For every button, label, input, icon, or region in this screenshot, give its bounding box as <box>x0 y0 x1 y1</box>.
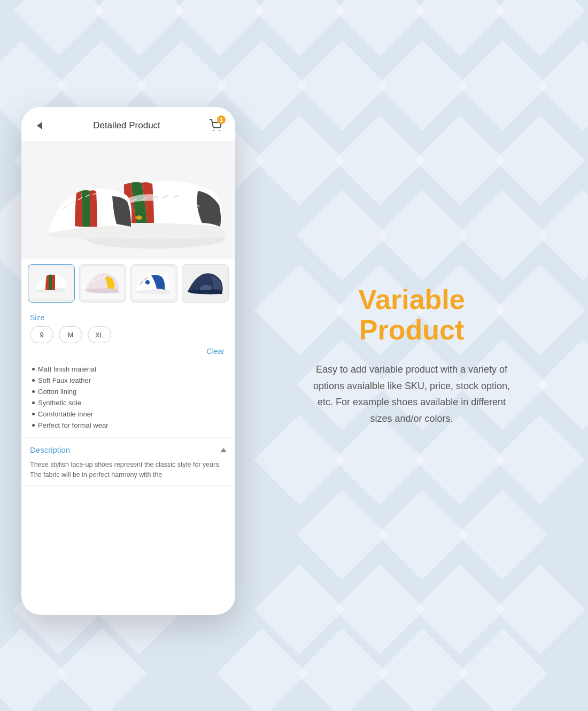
description-text: These stylish lace-up shoes represent th… <box>30 460 227 480</box>
feature-item-2: Soft Faux leather <box>32 375 225 386</box>
thumbnail-row <box>21 259 235 308</box>
svg-point-10 <box>136 215 142 220</box>
thumb-4-icon <box>184 267 227 299</box>
clear-button-wrapper: Clear <box>30 346 227 356</box>
main-product-image <box>21 141 235 259</box>
shoe-main-svg <box>27 144 230 256</box>
features-list: Matt finish material Soft Faux leather C… <box>21 359 235 438</box>
bullet-6 <box>32 424 35 427</box>
size-section: Size 9 M XL Clear <box>21 308 235 359</box>
feature-item-3: Cotton lining <box>32 386 225 397</box>
variable-product-title: Variable Product <box>358 284 465 345</box>
page-title: Detailed Product <box>93 120 160 131</box>
bullet-4 <box>32 401 35 404</box>
bullet-3 <box>32 390 35 393</box>
back-arrow-icon <box>37 122 42 129</box>
description-section: Description These stylish lace-up shoes … <box>21 438 235 486</box>
variable-product-description: Easy to add variable product with a vari… <box>310 361 513 427</box>
thumbnail-4[interactable] <box>182 264 229 303</box>
feature-item-5: Comfortable inner <box>32 408 225 420</box>
thumb-2-icon <box>81 267 124 299</box>
chevron-up-icon <box>220 448 227 452</box>
phone-mockup: Detailed Product 1 <box>21 107 235 615</box>
size-options: 9 M XL <box>30 326 227 343</box>
cart-badge: 1 <box>217 115 226 124</box>
cart-button[interactable]: 1 <box>206 117 225 135</box>
size-btn-9[interactable]: 9 <box>30 326 53 343</box>
phone-header: Detailed Product 1 <box>21 107 235 141</box>
feature-item-6: Perfect for formal wear <box>32 420 225 431</box>
phone-wrapper: Detailed Product 1 <box>21 107 235 615</box>
main-container: Detailed Product 1 <box>0 0 588 711</box>
thumbnail-2[interactable] <box>79 264 126 303</box>
bullet-2 <box>32 379 35 382</box>
feature-item-4: Synthetic sole <box>32 397 225 408</box>
size-btn-xl[interactable]: XL <box>88 326 111 343</box>
clear-button[interactable]: Clear <box>207 347 225 356</box>
thumbnail-3[interactable] <box>130 264 177 303</box>
right-content: Variable Product Easy to add variable pr… <box>267 274 567 438</box>
thumb-3-icon <box>133 267 175 299</box>
description-header[interactable]: Description <box>30 445 227 454</box>
svg-point-0 <box>213 130 214 131</box>
back-button[interactable] <box>32 118 47 133</box>
feature-item-1: Matt finish material <box>32 364 225 375</box>
bullet-1 <box>32 368 35 370</box>
description-title: Description <box>30 445 70 454</box>
svg-point-1 <box>219 130 220 131</box>
bullet-5 <box>32 413 35 415</box>
svg-point-24 <box>145 280 150 284</box>
size-btn-m[interactable]: M <box>59 326 82 343</box>
size-label: Size <box>30 313 227 322</box>
thumb-1-icon <box>30 267 73 299</box>
thumbnail-1[interactable] <box>28 264 75 303</box>
